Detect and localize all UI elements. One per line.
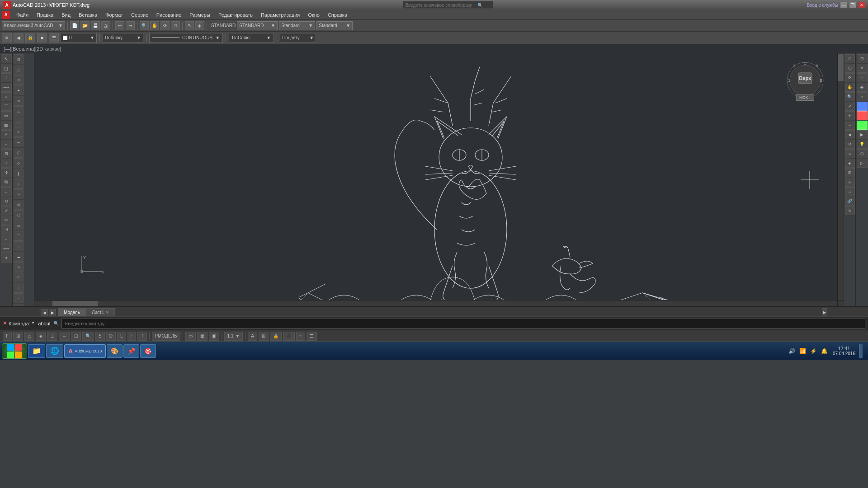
- status-btn-2[interactable]: ⊞: [13, 332, 23, 341]
- dimstyle-arrow[interactable]: ▼: [346, 23, 350, 28]
- rp-mat[interactable]: ⬡: [857, 149, 868, 158]
- namedview-dropdown[interactable]: STANDARD▼: [237, 21, 278, 30]
- search-area[interactable]: 🔍: [403, 1, 493, 9]
- tray-icon-3[interactable]: ⚡: [809, 347, 818, 356]
- plotstyle-dropdown[interactable]: Поцвету ▼: [280, 33, 316, 43]
- snap-ins[interactable]: ⬡: [14, 148, 24, 158]
- menu-edit[interactable]: Правка: [33, 11, 57, 19]
- draw-spline[interactable]: ∿: [14, 262, 24, 272]
- draw-insert[interactable]: ⊹: [14, 283, 24, 293]
- dim-tool[interactable]: ↔: [1, 140, 12, 149]
- status-btn-3[interactable]: △: [24, 332, 34, 341]
- r-zoom-in[interactable]: +: [845, 111, 855, 120]
- horizontal-scrollbar[interactable]: [34, 300, 837, 306]
- textstyle-dropdown[interactable]: Standard▼: [279, 21, 315, 30]
- snap-intersection[interactable]: ✕: [14, 96, 24, 106]
- rp-tool5[interactable]: ⌂: [857, 92, 868, 101]
- clean-btn[interactable]: ⬛: [283, 332, 295, 341]
- draw-poly-btn[interactable]: ⬡: [14, 210, 24, 220]
- fillet-tool[interactable]: ⌐: [1, 235, 12, 244]
- r-refresh-btn[interactable]: ↺: [845, 140, 855, 149]
- snap-quad[interactable]: ◇: [14, 158, 24, 168]
- cmd-close-icon[interactable]: ✕: [3, 320, 7, 326]
- tab-model[interactable]: Модель: [58, 308, 86, 316]
- scale-arrow[interactable]: ▼: [235, 333, 240, 338]
- draw-point[interactable]: ·: [14, 293, 24, 303]
- r-tool5[interactable]: ⌂: [845, 187, 855, 196]
- viewport-2[interactable]: ▦: [197, 332, 208, 341]
- status-end-btn[interactable]: ☰: [307, 332, 317, 341]
- undo-button[interactable]: ↩: [115, 21, 124, 30]
- lock-btn[interactable]: 🔒: [270, 332, 282, 341]
- linetype-arrow[interactable]: ▼: [215, 35, 220, 40]
- status-btn-13[interactable]: T: [137, 332, 146, 341]
- hatch-tool[interactable]: ▦: [1, 121, 12, 130]
- r-prop-btn[interactable]: ≡: [845, 149, 855, 158]
- plotstyle-arrow[interactable]: ▼: [309, 35, 314, 40]
- tab-scroll-btn[interactable]: ▶: [822, 308, 827, 316]
- menu-help[interactable]: Справка: [324, 11, 351, 19]
- menu-insert[interactable]: Вставка: [75, 11, 101, 19]
- snap-endpoint[interactable]: ⊡: [14, 54, 24, 64]
- open-file-button[interactable]: 📂: [80, 21, 90, 30]
- draw-arc-btn[interactable]: ⌒: [14, 231, 24, 241]
- r-pan-btn[interactable]: ✋: [845, 83, 855, 92]
- canvas-area[interactable]: Верх С Ю В З 3 B МСК ↕: [34, 53, 844, 306]
- snap-midpoint[interactable]: △: [14, 65, 24, 75]
- r-tool6[interactable]: 🔗: [845, 197, 855, 206]
- search-icon[interactable]: 🔍: [477, 3, 483, 8]
- start-button[interactable]: [2, 343, 27, 359]
- rp-anim[interactable]: ▷: [857, 159, 868, 168]
- tray-icon-4[interactable]: 🔔: [820, 347, 829, 356]
- scale-dropdown[interactable]: 1:1 ▼: [224, 332, 243, 341]
- r-tool4[interactable]: ⊹: [845, 178, 855, 187]
- trim-tool[interactable]: ✂: [1, 216, 12, 225]
- status-btn-9[interactable]: S: [95, 332, 105, 341]
- snap-perp[interactable]: ⊥: [14, 106, 24, 116]
- props-btn[interactable]: ≡: [296, 332, 305, 341]
- r-tool3[interactable]: ⊞: [845, 168, 855, 177]
- viewport-1[interactable]: ▭: [185, 332, 196, 341]
- draw-line-btn[interactable]: /: [14, 179, 24, 189]
- namedview-arrow[interactable]: ▼: [271, 23, 275, 28]
- rp-tool1[interactable]: ⊞: [857, 54, 868, 63]
- taskbar-app6[interactable]: 🎯: [140, 344, 156, 358]
- taskbar-autocad[interactable]: A AutoCAD 2013: [64, 344, 106, 358]
- lineweight-arrow[interactable]: ▼: [266, 35, 271, 40]
- status-btn-6[interactable]: ↔: [59, 332, 70, 341]
- rp-render[interactable]: ▶: [857, 130, 868, 139]
- snap-ext[interactable]: ─: [14, 137, 24, 147]
- restore-button[interactable]: ❐: [849, 2, 856, 8]
- circle-tool[interactable]: ○: [1, 92, 12, 101]
- snap-tangent[interactable]: ◡: [14, 117, 24, 127]
- layer-dropdown[interactable]: 0 ▼: [61, 33, 97, 43]
- r-orbit-btn[interactable]: ⟳: [845, 73, 855, 82]
- status-btn-7[interactable]: ⊡: [71, 332, 81, 341]
- layer-state-button[interactable]: ☰: [49, 33, 59, 42]
- r-view-btn[interactable]: □: [845, 54, 855, 63]
- menu-draw[interactable]: Рисование: [153, 11, 185, 19]
- r-tool7[interactable]: ≋: [845, 206, 855, 215]
- offset-tool[interactable]: ⟺: [1, 244, 12, 253]
- snap-par[interactable]: ∥: [14, 169, 24, 178]
- viewport-3[interactable]: ▣: [209, 332, 219, 341]
- r-zoom-btn[interactable]: 🔍: [845, 92, 855, 101]
- save-button[interactable]: 💾: [91, 21, 100, 30]
- move-tool[interactable]: ✛: [1, 168, 12, 177]
- r-tool2[interactable]: ◈: [845, 159, 855, 168]
- model-toggle[interactable]: РМОДЕЛЬ: [152, 332, 180, 341]
- status-btn-11[interactable]: L: [117, 332, 126, 341]
- layer-arrow[interactable]: ▼: [90, 35, 94, 40]
- block-tool[interactable]: ⊞: [1, 149, 12, 158]
- pan-button[interactable]: ✋: [150, 21, 159, 30]
- search-input[interactable]: [405, 3, 477, 8]
- show-desktop-btn[interactable]: [859, 344, 863, 358]
- rotate-tool[interactable]: ↻: [1, 197, 12, 206]
- layer-manager-button[interactable]: ≡: [2, 33, 12, 42]
- erase-tool[interactable]: ◻: [1, 64, 12, 73]
- select-button[interactable]: ↖: [185, 21, 194, 30]
- menu-dimension[interactable]: Размеры: [186, 11, 214, 19]
- line-tool[interactable]: /: [1, 73, 12, 82]
- status-btn-10[interactable]: D: [106, 332, 116, 341]
- tray-icon-1[interactable]: 🔊: [788, 347, 797, 356]
